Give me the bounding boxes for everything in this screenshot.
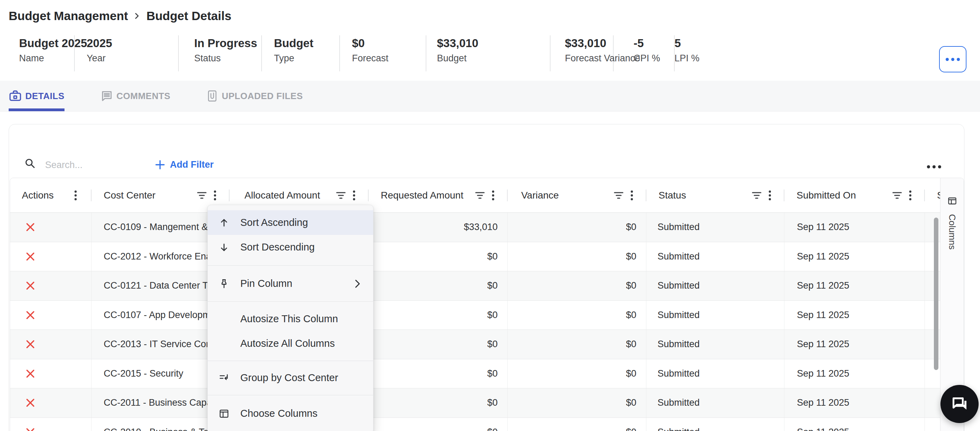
delete-x-icon: [25, 222, 36, 233]
submenu-chevron-icon: [355, 279, 361, 288]
column-header-clipped[interactable]: S: [925, 178, 941, 212]
column-header-requested-amount[interactable]: Requested Amount: [369, 178, 508, 212]
submitted-on-cell: Sep 11 2025: [784, 418, 925, 431]
grid-header-row: Actions Cost Center Allocated Amount: [10, 178, 941, 213]
tab-label: UPLOADED FILES: [221, 91, 303, 101]
menu-item-autosize-all-columns[interactable]: Autosize All Columns: [208, 331, 373, 356]
variance-cell: $0: [508, 359, 646, 388]
column-menu-kebab-icon[interactable]: [768, 190, 771, 201]
uploaded-files-icon: [206, 90, 218, 102]
stat-value: 5: [675, 37, 700, 50]
menu-item-sort-ascending[interactable]: Sort Ascending: [208, 210, 373, 235]
requested-amount-cell: $0: [369, 418, 508, 431]
delete-row-button[interactable]: [23, 279, 37, 293]
clipped-cell: [925, 388, 941, 417]
breadcrumb: Budget Management Budget Details: [9, 9, 231, 23]
table-row: CC-2011 - Business Capab $0 $0 Submitted…: [10, 388, 941, 418]
actions-cell: [10, 242, 92, 271]
delete-row-button[interactable]: [23, 338, 37, 351]
search-icon: [24, 158, 36, 169]
stat-label: Forecast Variance: [565, 53, 613, 64]
grid-body: CC-0109 - Mangement & I $33,010 $0 Submi…: [10, 213, 941, 431]
menu-item-group-by-cost-center[interactable]: Group by Cost Center: [208, 366, 373, 390]
clipped-cell: [925, 213, 941, 242]
chat-fab-button[interactable]: [940, 385, 978, 423]
tab-details[interactable]: DETAILS: [9, 81, 65, 111]
submitted-on-cell: Sep 11 2025: [784, 301, 925, 330]
delete-x-icon: [25, 398, 36, 408]
table-row: CC-0107 - App Developme $0 $0 Submitted …: [10, 301, 941, 330]
vertical-scrollbar-thumb[interactable]: [934, 217, 939, 370]
delete-row-button[interactable]: [23, 308, 37, 322]
delete-row-button[interactable]: [23, 220, 37, 234]
menu-item-pin-column[interactable]: Pin Column: [208, 271, 373, 296]
actions-cell: [10, 388, 92, 417]
actions-cell: [10, 330, 92, 359]
status-cell: Submitted: [646, 388, 784, 417]
tab-bar: DETAILS COMMENTS UPLOADED FILES: [0, 81, 980, 112]
column-menu-kebab-icon[interactable]: [492, 190, 495, 201]
filter-icon[interactable]: [336, 191, 346, 200]
stat-value: $33,010: [565, 37, 613, 50]
column-menu-kebab-icon[interactable]: [353, 190, 355, 201]
tab-uploaded-files[interactable]: UPLOADED FILES: [206, 81, 303, 111]
delete-row-button[interactable]: [23, 425, 37, 431]
chat-forum-icon: [950, 394, 969, 414]
clipped-cell: [925, 242, 941, 271]
filter-icon[interactable]: [614, 191, 624, 200]
column-menu-kebab-icon[interactable]: [630, 190, 633, 201]
briefcase-icon: [9, 89, 22, 103]
budget-actions-button[interactable]: [939, 46, 966, 73]
delete-x-icon: [25, 368, 36, 379]
stat-value: Budget 2025: [19, 37, 74, 50]
summary-stat: $33,010 Forecast Variance: [550, 35, 614, 71]
breadcrumb-section[interactable]: Budget Management: [9, 9, 128, 23]
column-menu-kebab-icon[interactable]: [909, 190, 912, 201]
table-row: CC-2012 - Workforce Enab $0 $0 Submitted…: [10, 242, 941, 272]
column-header-variance[interactable]: Variance: [508, 178, 646, 212]
menu-item-sort-descending[interactable]: Sort Descending: [208, 235, 373, 260]
column-menu-kebab-icon[interactable]: [214, 190, 216, 201]
stat-label: Budget: [437, 53, 550, 64]
column-header-actions[interactable]: Actions: [10, 178, 92, 212]
summary-stat: 5 LPI %: [675, 35, 700, 71]
summary-stat: In Progress Status: [178, 35, 262, 71]
clipped-cell: [925, 301, 941, 330]
clipped-cell: [925, 330, 941, 359]
status-cell: Submitted: [646, 271, 784, 300]
add-filter-button[interactable]: Add Filter: [155, 155, 214, 174]
menu-item-choose-columns[interactable]: Choose Columns: [208, 401, 373, 426]
submitted-on-cell: Sep 11 2025: [784, 388, 925, 417]
filter-icon[interactable]: [197, 191, 207, 200]
columns-panel-icon: [947, 196, 957, 206]
stat-value: $33,010: [437, 37, 550, 50]
filter-icon[interactable]: [752, 191, 762, 200]
delete-row-button[interactable]: [23, 249, 37, 263]
delete-x-icon: [25, 339, 36, 350]
grid-more-options-button[interactable]: [925, 163, 943, 170]
details-panel: Add Filter Actions Cost Center: [9, 124, 964, 431]
actions-cell: [10, 359, 92, 388]
grid-main: Actions Cost Center Allocated Amount: [10, 178, 941, 431]
delete-row-button[interactable]: [23, 396, 37, 410]
delete-x-icon: [25, 251, 36, 262]
delete-row-button[interactable]: [23, 366, 37, 380]
clipped-cell: [925, 359, 941, 388]
tab-comments[interactable]: COMMENTS: [100, 81, 170, 111]
column-menu-kebab-icon[interactable]: [74, 190, 77, 201]
stat-value: 2025: [87, 37, 178, 50]
menu-item-autosize-this-column[interactable]: Autosize This Column: [208, 307, 373, 331]
search-input[interactable]: [45, 156, 150, 174]
status-cell: Submitted: [646, 359, 784, 388]
column-header-submitted-on[interactable]: Submitted On: [784, 178, 925, 212]
column-context-menu: Sort Ascending Sort Descending Pin Colum…: [207, 205, 374, 431]
pin-icon: [219, 279, 229, 289]
filter-icon[interactable]: [892, 191, 902, 200]
delete-x-icon: [25, 280, 36, 291]
summary-stat: Budget 2025 Name: [9, 35, 75, 71]
breadcrumb-page: Budget Details: [146, 9, 231, 23]
stat-value: -5: [633, 37, 674, 50]
column-header-status[interactable]: Status: [646, 178, 784, 212]
summary-stat: -5 CPI %: [614, 35, 675, 71]
filter-icon[interactable]: [475, 191, 485, 200]
